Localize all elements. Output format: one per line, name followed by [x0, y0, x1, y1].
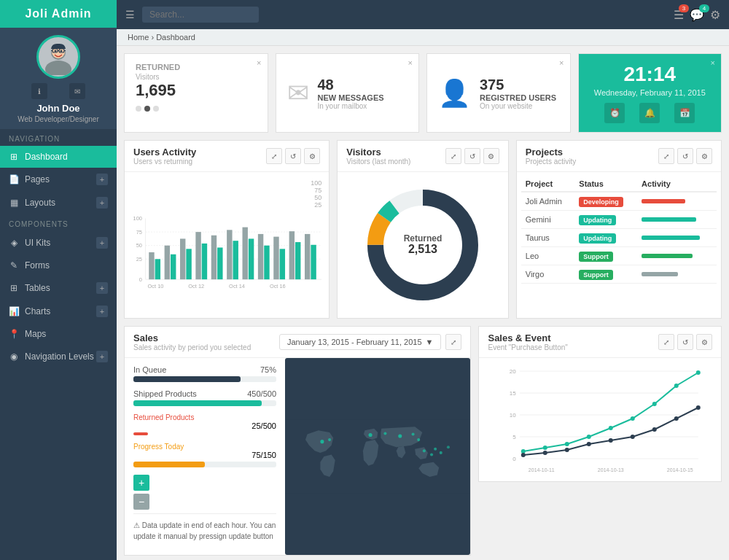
- svg-rect-42: [311, 245, 316, 279]
- ua-expand-btn[interactable]: ⤢: [266, 148, 282, 164]
- uikits-expand-icon[interactable]: +: [96, 237, 108, 249]
- activity-bar: [642, 217, 696, 222]
- svg-point-83: [652, 402, 657, 406]
- visitors-subtitle: Visitors (last month): [346, 158, 410, 166]
- project-name-cell: Taurus: [521, 229, 575, 247]
- stat-card-1-value: 1,695: [136, 81, 257, 100]
- layouts-expand-icon[interactable]: +: [96, 197, 108, 209]
- svg-text:15: 15: [510, 390, 516, 397]
- sales-map-area: [285, 358, 470, 555]
- sidebar-item-maps[interactable]: 📍 Maps: [0, 323, 117, 345]
- svg-text:Oct 14: Oct 14: [229, 283, 245, 289]
- se-refresh-btn[interactable]: ↺: [677, 334, 693, 350]
- forms-icon: ✎: [9, 260, 19, 271]
- menu-toggle-icon[interactable]: ☰: [125, 9, 135, 20]
- svg-point-88: [565, 448, 569, 452]
- sidebar-item-layouts[interactable]: ▦ Layouts +: [0, 191, 117, 214]
- bell-icon-btn[interactable]: 🔔: [639, 103, 660, 123]
- svg-rect-35: [258, 234, 263, 279]
- se-settings-btn[interactable]: ⚙: [696, 334, 712, 350]
- navlevels-expand-icon[interactable]: +: [96, 351, 108, 362]
- sidebar-item-forms[interactable]: ✎ Forms: [0, 254, 117, 276]
- svg-text:5: 5: [513, 434, 517, 440]
- svg-point-90: [609, 438, 613, 443]
- pages-expand-icon[interactable]: +: [96, 174, 108, 185]
- p-expand-btn[interactable]: ⤢: [658, 148, 674, 164]
- messages-btn[interactable]: 💬 4: [690, 8, 704, 22]
- ua-settings-btn[interactable]: ⚙: [304, 148, 320, 164]
- svg-point-82: [631, 416, 635, 421]
- sidebar-item-label: Tables: [25, 283, 50, 293]
- project-status-cell: Updating: [574, 211, 637, 229]
- info-icon-btn[interactable]: ℹ: [31, 83, 47, 99]
- sales-expand-btn[interactable]: ⤢: [445, 334, 461, 350]
- svg-rect-41: [305, 234, 310, 279]
- v-settings-btn[interactable]: ⚙: [483, 148, 499, 164]
- p-settings-btn[interactable]: ⚙: [696, 148, 712, 164]
- stat-card-clock: × 21:14 Wednesday, February 11, 2015 ⏰ 🔔…: [578, 53, 722, 133]
- sidebar-item-label: Maps: [25, 329, 46, 339]
- sidebar-item-label: Layouts: [25, 198, 55, 208]
- stat-card-close-3[interactable]: ×: [559, 58, 564, 67]
- visitors-title: Visitors: [346, 147, 410, 158]
- svg-point-80: [587, 435, 591, 439]
- svg-point-79: [565, 442, 569, 446]
- stat-card-messages: × ✉ 48 NEW MESSAGES In your mailbox: [276, 53, 420, 133]
- progress-label-queue: In Queue: [133, 365, 166, 374]
- map-zoom-out-btn[interactable]: −: [133, 494, 149, 510]
- progress-item-shipped: Shipped Products 450/500: [133, 389, 276, 406]
- settings-btn[interactable]: ⚙: [710, 8, 720, 22]
- project-name-cell: Joli Admin: [521, 192, 575, 211]
- svg-point-57: [369, 433, 373, 437]
- project-activity-cell: [637, 247, 717, 265]
- progress-fill-queue: [133, 376, 241, 382]
- charts-expand-icon[interactable]: +: [96, 306, 108, 317]
- clock-date: Wednesday, February 11, 2015: [590, 88, 711, 97]
- nav-section-1-label: Navigation: [0, 129, 117, 146]
- breadcrumb-home[interactable]: Home: [128, 33, 149, 42]
- clock-icon-btn[interactable]: ⏰: [604, 103, 625, 123]
- messages-count: 48: [318, 77, 384, 93]
- stat-card-close-1[interactable]: ×: [257, 58, 261, 67]
- se-expand-btn[interactable]: ⤢: [658, 334, 674, 350]
- notif-badge-1: 3: [679, 4, 689, 12]
- calendar-icon-btn[interactable]: 📅: [674, 103, 695, 123]
- notifications-bell-btn[interactable]: ☰ 3: [674, 8, 684, 22]
- breadcrumb-current: Dashboard: [156, 33, 195, 42]
- sidebar-item-dashboard[interactable]: ⊞ Dashboard: [0, 146, 117, 168]
- sidebar-item-pages[interactable]: 📄 Pages +: [0, 168, 117, 191]
- project-activity-cell: [637, 265, 717, 284]
- sidebar-item-tables[interactable]: ⊞ Tables +: [0, 276, 117, 300]
- project-name-cell: Gemini: [521, 211, 575, 229]
- messages-sublabel: In your mailbox: [318, 102, 384, 110]
- search-input[interactable]: [142, 7, 259, 23]
- progress-value-returned: 25/500: [252, 421, 276, 430]
- progress-value-today: 75/150: [252, 451, 276, 459]
- stat-card-close-2[interactable]: ×: [408, 58, 413, 67]
- ua-refresh-btn[interactable]: ↺: [285, 148, 301, 164]
- svg-text:50: 50: [136, 242, 142, 249]
- sidebar-item-nav-levels[interactable]: ◉ Navigation Levels +: [0, 345, 117, 368]
- col-status: Status: [574, 176, 637, 192]
- stat-cards-row: × RETURNED Visitors 1,695 × ✉ 48 NEW MES…: [124, 53, 722, 133]
- progress-value-queue: 75%: [260, 365, 276, 374]
- date-range-btn[interactable]: January 13, 2015 - February 11, 2015 ▼: [279, 334, 442, 350]
- dropdown-chevron-icon: ▼: [426, 338, 434, 346]
- svg-rect-25: [180, 238, 185, 279]
- svg-point-56: [328, 438, 331, 441]
- status-badge: Support: [579, 252, 613, 262]
- message-icon-btn[interactable]: ✉: [69, 83, 85, 99]
- p-refresh-btn[interactable]: ↺: [677, 148, 693, 164]
- sidebar-item-charts[interactable]: 📊 Charts +: [0, 300, 117, 323]
- svg-text:2014-10-11: 2014-10-11: [529, 467, 555, 472]
- map-zoom-in-btn[interactable]: +: [133, 475, 149, 491]
- sidebar-item-uikits[interactable]: ◈ UI Kits +: [0, 231, 117, 254]
- svg-point-94: [696, 405, 701, 410]
- stat-card-close-4[interactable]: ×: [711, 58, 715, 67]
- projects-table: Project Status Activity Joli Admin Devel…: [521, 176, 717, 284]
- tables-expand-icon[interactable]: +: [96, 282, 108, 294]
- sidebar-item-label: Pages: [25, 174, 50, 184]
- progress-value-shipped: 450/500: [247, 389, 276, 398]
- v-expand-btn[interactable]: ⤢: [445, 148, 461, 164]
- v-refresh-btn[interactable]: ↺: [464, 148, 480, 164]
